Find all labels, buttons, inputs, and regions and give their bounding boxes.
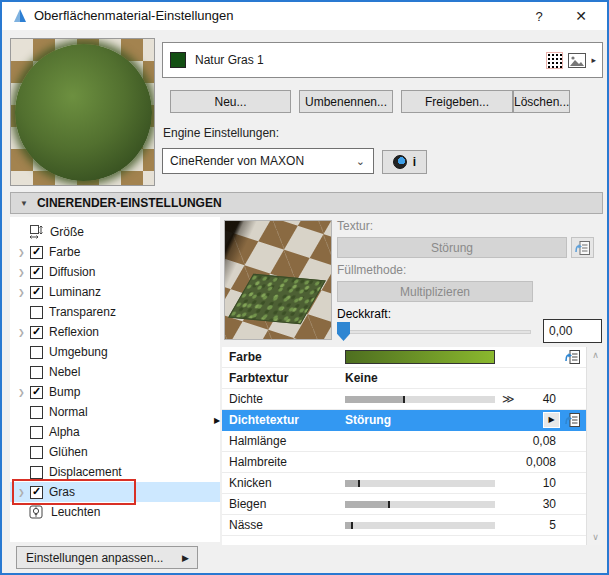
cinerender-section-header[interactable]: ▼ CINERENDER-EINSTELLUNGEN <box>10 192 603 214</box>
property-row[interactable]: ▶ Farbe ≫ ▶ <box>222 347 586 368</box>
action-button[interactable]: Freigeben... <box>401 90 513 113</box>
channel-label: Reflexion <box>49 325 99 339</box>
property-label: Biegen <box>229 494 266 515</box>
channel-checkbox[interactable]: ✓ <box>30 486 43 499</box>
property-slider[interactable] <box>345 522 495 529</box>
image-preview-icon[interactable] <box>568 53 586 68</box>
chevron-right-icon[interactable]: ❯ <box>18 388 27 397</box>
channel-label: Transparenz <box>49 305 116 319</box>
title-bar[interactable]: Oberflächenmaterial-Einstellungen ? ✕ <box>2 2 607 30</box>
channel-row[interactable]: ❯ ✓ Glühen <box>10 442 220 462</box>
property-label: Farbe <box>229 347 262 368</box>
property-slider-fill <box>345 480 360 487</box>
color-gradient-bar[interactable] <box>345 350 495 364</box>
property-slider[interactable] <box>345 480 495 487</box>
channel-label: Displacement <box>49 465 122 479</box>
app-logo-icon <box>12 8 28 24</box>
channel-row[interactable]: ❯ ✓ Leuchten <box>10 502 220 522</box>
action-button[interactable]: Löschen... <box>513 90 570 113</box>
property-row[interactable]: ▶ Biegen ≫ 30 ▶ <box>222 494 586 515</box>
property-row[interactable]: ▶ Halmlänge ≫ 0,08 ▶ <box>222 431 586 452</box>
channel-row[interactable]: ❯ ✓ Bump <box>10 382 220 402</box>
material-name: Natur Gras 1 <box>195 53 264 67</box>
channel-row[interactable]: ❯ ✓ Umgebung <box>10 342 220 362</box>
property-label: Halmbreite <box>229 452 287 473</box>
action-button[interactable]: Umbenennen... <box>299 90 393 113</box>
table-scrollbar[interactable]: ∧ ∨ <box>586 347 603 545</box>
channel-checkbox[interactable]: ✓ <box>30 346 43 359</box>
opacity-slider-thumb[interactable] <box>337 322 350 341</box>
channel-label: Nebel <box>49 365 80 379</box>
channel-row[interactable]: ❯ ✓ Gras <box>10 482 220 502</box>
info-icon: i <box>413 155 416 169</box>
channel-checkbox[interactable]: ✓ <box>30 426 43 439</box>
opacity-value-field[interactable]: 0,00 <box>543 319 602 343</box>
property-slider-fill <box>345 396 405 403</box>
texture-button[interactable]: Störung <box>337 237 567 258</box>
channel-row[interactable]: ❯ ✓ Diffusion <box>10 262 220 282</box>
channel-checkbox[interactable]: ✓ <box>30 306 43 319</box>
channel-row[interactable]: ❯ ✓ Nebel <box>10 362 220 382</box>
channel-checkbox[interactable]: ✓ <box>30 286 43 299</box>
chevron-right-icon[interactable]: ❯ <box>18 268 27 277</box>
channel-checkbox[interactable]: ✓ <box>30 266 43 279</box>
engine-select[interactable]: CineRender von MAXON ⌄ <box>162 148 374 174</box>
opacity-slider[interactable] <box>337 322 531 341</box>
engine-info-button[interactable]: i <box>382 150 427 174</box>
material-preview[interactable] <box>10 38 155 186</box>
channel-checkbox[interactable]: ✓ <box>30 466 43 479</box>
channel-label: Bump <box>49 385 80 399</box>
channel-row[interactable]: ❯ ✓ Größe <box>10 222 220 242</box>
channel-row[interactable]: ❯ ✓ Alpha <box>10 422 220 442</box>
property-row[interactable]: ▶ Nässe ≫ 5 ▶ <box>222 515 586 536</box>
channel-row[interactable]: ❯ ✓ Farbe <box>10 242 220 262</box>
expand-arrow-icon[interactable]: ▶ <box>214 410 220 431</box>
channel-row[interactable]: ❯ ✓ Reflexion <box>10 322 220 342</box>
check-icon: ✓ <box>32 286 41 297</box>
channel-row[interactable]: ❯ ✓ Transparenz <box>10 302 220 322</box>
scroll-down-icon[interactable]: ∨ <box>587 529 604 545</box>
property-row[interactable]: ▶ Farbtextur Keine ≫ ▶ <box>222 368 586 389</box>
customize-settings-button[interactable]: Einstellungen anpassen... ▶ <box>16 546 198 569</box>
collapse-triangle-icon[interactable]: ▼ <box>20 199 28 208</box>
property-row[interactable]: ▶ Dichtetextur Störung ≫ ▶ <box>222 410 586 431</box>
chevron-right-icon[interactable]: ❯ <box>18 288 27 297</box>
property-row[interactable]: ▶ Halmbreite ≫ 0,008 ▶ <box>222 452 586 473</box>
action-button-label: Neu... <box>214 95 246 109</box>
property-slider[interactable] <box>345 396 495 403</box>
property-row[interactable]: ▶ Knicken ≫ 10 ▶ <box>222 473 586 494</box>
channel-checkbox[interactable]: ✓ <box>30 446 43 459</box>
action-button[interactable]: Neu... <box>170 90 291 113</box>
channel-row[interactable]: ❯ ✓ Normal <box>10 402 220 422</box>
channel-checkbox[interactable]: ✓ <box>30 366 43 379</box>
chevron-right-icon[interactable]: ❯ <box>18 248 27 257</box>
close-button[interactable]: ✕ <box>568 6 594 26</box>
property-row[interactable]: ▶ Dichte ≫ 40 ▶ <box>222 389 586 410</box>
property-number: 0,008 <box>526 452 556 473</box>
channel-checkbox[interactable]: ✓ <box>30 246 43 259</box>
channel-checkbox[interactable]: ✓ <box>30 406 43 419</box>
material-name-field[interactable]: Natur Gras 1 ▸ <box>162 42 603 78</box>
opacity-slider-track[interactable] <box>337 330 531 334</box>
texture-value: Störung <box>431 241 473 255</box>
channel-tree: ❯ ✓ Größe <box>10 217 220 542</box>
chevron-right-icon[interactable]: ❯ <box>18 488 27 497</box>
property-slider-fill <box>345 501 390 508</box>
chevron-right-icon[interactable]: ❯ <box>18 328 27 337</box>
scroll-up-icon[interactable]: ∧ <box>587 347 604 363</box>
play-button[interactable]: ▶ <box>543 412 560 428</box>
channel-checkbox[interactable]: ✓ <box>30 386 43 399</box>
channel-row[interactable]: ❯ ✓ Luminanz <box>10 282 220 302</box>
action-button-label: Umbenennen... <box>305 95 387 109</box>
channel-row[interactable]: ❯ ✓ Displacement <box>10 462 220 482</box>
assign-texture-icon <box>575 240 591 256</box>
action-button-label: Freigeben... <box>425 95 489 109</box>
assign-texture-button[interactable] <box>571 237 594 258</box>
fill-method-button[interactable]: Multiplizieren <box>337 281 533 302</box>
channel-checkbox[interactable]: ✓ <box>30 326 43 339</box>
help-button[interactable]: ? <box>526 6 552 26</box>
property-slider[interactable] <box>345 501 495 508</box>
pattern-swatch-icon[interactable] <box>546 52 563 69</box>
material-menu-arrow-icon[interactable]: ▸ <box>591 55 596 65</box>
property-label: Dichtetextur <box>229 410 299 431</box>
